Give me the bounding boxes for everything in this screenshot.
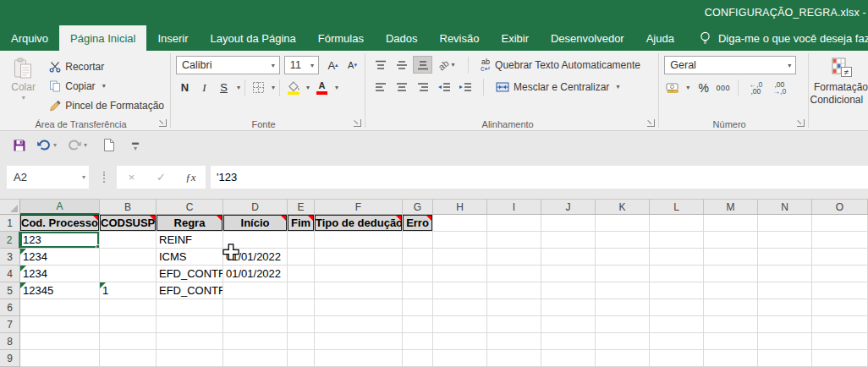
tab-inserir[interactable]: Inserir xyxy=(146,25,199,51)
cell-I5[interactable] xyxy=(487,282,541,299)
cell-I7[interactable] xyxy=(487,316,541,333)
cell-I1[interactable] xyxy=(487,215,541,232)
increase-decimal-button[interactable]: ←,0 ,00 xyxy=(744,81,766,95)
cell-G8[interactable] xyxy=(403,333,433,350)
row-header-8[interactable]: 8 xyxy=(0,333,20,350)
orientation-button[interactable]: ab ▾ xyxy=(434,56,459,74)
cell-K5[interactable] xyxy=(596,282,650,299)
cell-L4[interactable] xyxy=(650,266,704,282)
cell-B7[interactable] xyxy=(100,316,157,333)
cell-E3[interactable] xyxy=(288,249,315,266)
font-size-combobox[interactable]: 11 ▾ xyxy=(284,56,319,74)
wrap-text-button[interactable]: ab c↵ Quebrar Texto Automaticamente xyxy=(477,56,644,74)
name-box-dropdown-arrow[interactable]: ▾ xyxy=(82,173,85,181)
cell-K4[interactable] xyxy=(596,266,650,282)
borders-button[interactable] xyxy=(250,79,267,96)
bold-button[interactable]: N xyxy=(176,79,194,96)
cell-L3[interactable] xyxy=(650,249,704,266)
insert-function-button[interactable]: ƒx xyxy=(176,171,206,184)
alignment-dialog-launcher[interactable] xyxy=(647,119,655,127)
cell-O1[interactable] xyxy=(812,215,868,232)
cell-H7[interactable] xyxy=(433,316,487,333)
cell-B4[interactable] xyxy=(100,266,157,282)
cell-D1[interactable]: Início xyxy=(223,215,288,232)
cell-E4[interactable] xyxy=(288,266,315,282)
cell-G3[interactable] xyxy=(403,249,433,266)
column-header-K[interactable]: K xyxy=(596,200,650,215)
select-all-corner[interactable] xyxy=(0,200,20,215)
cell-I3[interactable] xyxy=(487,249,541,266)
cell-D8[interactable] xyxy=(223,333,288,350)
cell-I9[interactable] xyxy=(487,350,541,367)
cell-F2[interactable] xyxy=(315,232,403,249)
cell-G1[interactable]: Erro xyxy=(403,215,433,232)
row-header-4[interactable]: 4 xyxy=(0,266,20,282)
column-header-O[interactable]: O xyxy=(812,200,868,215)
cell-O6[interactable] xyxy=(812,299,868,316)
cell-M9[interactable] xyxy=(704,350,758,367)
cell-M1[interactable] xyxy=(704,215,758,232)
paste-button[interactable]: Colar ▾ xyxy=(5,55,41,117)
fill-color-button[interactable] xyxy=(284,79,302,96)
cell-B3[interactable] xyxy=(100,249,157,266)
column-header-J[interactable]: J xyxy=(541,200,596,215)
cell-O7[interactable] xyxy=(812,316,868,333)
copy-button[interactable]: Copiar ▾ xyxy=(47,76,167,96)
cell-K6[interactable] xyxy=(596,299,650,316)
cell-E8[interactable] xyxy=(288,333,315,350)
cell-C8[interactable] xyxy=(157,333,223,350)
decrease-decimal-button[interactable]: ,00 →,0 xyxy=(768,81,790,95)
cell-C2[interactable]: REINF xyxy=(157,232,223,249)
cell-J7[interactable] xyxy=(541,316,596,333)
cell-L8[interactable] xyxy=(650,333,704,350)
cell-L9[interactable] xyxy=(650,350,704,367)
cell-L7[interactable] xyxy=(650,316,704,333)
cell-H8[interactable] xyxy=(433,333,487,350)
column-header-A[interactable]: A xyxy=(20,200,100,215)
cell-G4[interactable] xyxy=(403,266,433,282)
cell-I8[interactable] xyxy=(487,333,541,350)
cell-M7[interactable] xyxy=(704,316,758,333)
cell-J3[interactable] xyxy=(541,249,596,266)
cell-G2[interactable] xyxy=(403,232,433,249)
cell-N8[interactable] xyxy=(758,333,812,350)
font-dialog-launcher[interactable] xyxy=(354,119,361,127)
column-header-I[interactable]: I xyxy=(487,200,541,215)
cell-J8[interactable] xyxy=(541,333,596,350)
cell-C3[interactable]: ICMS xyxy=(157,249,223,266)
grow-font-button[interactable]: A▴ xyxy=(324,57,342,74)
cell-A9[interactable] xyxy=(20,350,100,367)
row-header-6[interactable]: 6 xyxy=(0,299,20,316)
font-family-combobox[interactable]: Calibri ▾ xyxy=(176,56,280,74)
cell-F9[interactable] xyxy=(315,350,403,367)
row-header-3[interactable]: 3 xyxy=(0,249,20,266)
cell-N7[interactable] xyxy=(758,316,812,333)
cell-F7[interactable] xyxy=(315,316,403,333)
cell-B5[interactable]: 1 xyxy=(100,282,157,299)
cell-O9[interactable] xyxy=(812,350,868,367)
number-format-combobox[interactable]: Geral ▾ xyxy=(664,56,796,74)
align-center-button[interactable] xyxy=(392,78,411,96)
tab-revisao[interactable]: Revisão xyxy=(429,25,491,51)
cell-J5[interactable] xyxy=(541,282,596,299)
cell-O4[interactable] xyxy=(812,266,868,282)
cell-F1[interactable]: Tipo de dedução xyxy=(315,215,403,232)
font-color-button[interactable]: A xyxy=(313,79,331,96)
redo-button[interactable]: ▾ xyxy=(63,137,91,153)
accounting-format-button[interactable] xyxy=(664,79,682,96)
cell-B9[interactable] xyxy=(100,350,157,367)
cell-E9[interactable] xyxy=(288,350,315,367)
comma-style-button[interactable]: 000 xyxy=(714,79,732,96)
cell-N1[interactable] xyxy=(758,215,812,232)
align-middle-button[interactable] xyxy=(392,56,411,74)
cell-F8[interactable] xyxy=(315,333,403,350)
cell-J4[interactable] xyxy=(541,266,596,282)
align-left-button[interactable] xyxy=(371,78,390,96)
number-dialog-launcher[interactable] xyxy=(797,119,805,127)
undo-dropdown-arrow[interactable]: ▾ xyxy=(53,141,57,149)
row-header-5[interactable]: 5 xyxy=(0,282,20,299)
cell-C7[interactable] xyxy=(157,316,223,333)
cell-A2[interactable]: 123 xyxy=(20,232,100,249)
clipboard-dialog-launcher[interactable] xyxy=(159,119,167,127)
cell-B6[interactable] xyxy=(100,299,157,316)
